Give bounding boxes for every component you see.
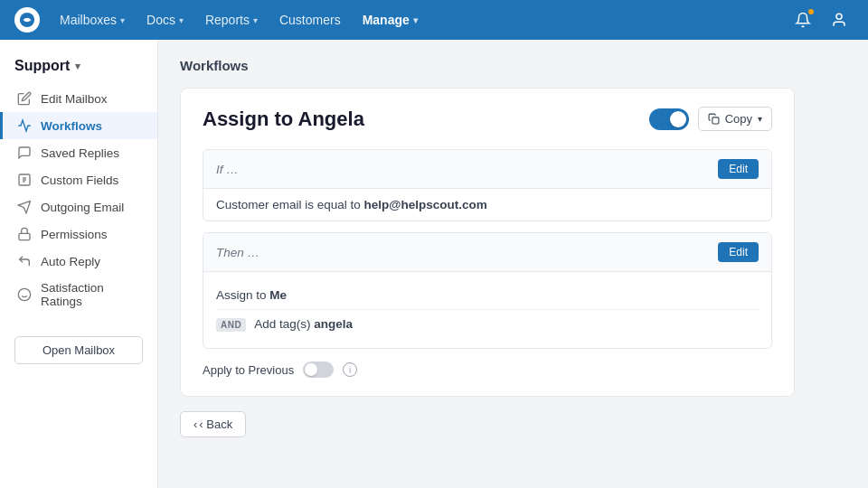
main-content: Workflows Assign to Angela Copy ▾ bbox=[158, 40, 868, 488]
if-section: If … Edit Customer email is equal to hel… bbox=[203, 149, 772, 221]
sidebar: Support ▾ Edit Mailbox Workflows Saved R… bbox=[0, 40, 158, 488]
svg-rect-10 bbox=[712, 117, 719, 124]
top-navigation: Mailboxes ▾ Docs ▾ Reports ▾ Customers M… bbox=[0, 0, 868, 40]
nav-mailboxes[interactable]: Mailboxes ▾ bbox=[51, 7, 134, 33]
then-label: Then … bbox=[216, 246, 259, 259]
if-section-header: If … Edit bbox=[203, 150, 771, 189]
chevron-down-icon: ▾ bbox=[758, 114, 762, 124]
workflow-card: Assign to Angela Copy ▾ If … Edit bbox=[180, 88, 795, 397]
back-button[interactable]: ‹ ‹ Back bbox=[180, 411, 246, 437]
then-section: Then … Edit Assign to Me AND Add tag(s) … bbox=[203, 232, 772, 349]
copy-icon bbox=[708, 113, 720, 125]
toggle-knob bbox=[670, 111, 686, 127]
open-mailbox-button[interactable]: Open Mailbox bbox=[14, 336, 143, 364]
chevron-down-icon: ▾ bbox=[75, 61, 80, 72]
auto-reply-icon bbox=[17, 254, 32, 268]
then-section-header: Then … Edit bbox=[203, 233, 771, 272]
edit-icon bbox=[17, 91, 32, 106]
then-edit-button[interactable]: Edit bbox=[718, 242, 759, 262]
notification-badge bbox=[807, 7, 816, 16]
workflow-active-toggle[interactable] bbox=[649, 108, 689, 130]
nav-docs[interactable]: Docs ▾ bbox=[137, 7, 193, 33]
satisfaction-icon bbox=[17, 287, 32, 302]
then-section-body: Assign to Me AND Add tag(s) angela bbox=[203, 272, 771, 348]
action-row-tag: AND Add tag(s) angela bbox=[216, 310, 759, 339]
info-icon[interactable]: i bbox=[343, 362, 357, 377]
nav-reports[interactable]: Reports ▾ bbox=[196, 7, 267, 33]
topnav-icon-group bbox=[788, 5, 854, 34]
and-badge: AND bbox=[216, 318, 246, 332]
workflow-title-actions: Copy ▾ bbox=[649, 107, 772, 131]
sidebar-item-permissions[interactable]: Permissions bbox=[0, 221, 157, 248]
workflow-title-row: Assign to Angela Copy ▾ bbox=[203, 107, 772, 131]
logo[interactable] bbox=[14, 7, 40, 33]
saved-replies-icon bbox=[17, 145, 32, 160]
apply-to-previous-row: Apply to Previous i bbox=[203, 361, 772, 378]
sidebar-header[interactable]: Support ▾ bbox=[0, 54, 157, 85]
sidebar-item-custom-fields[interactable]: Custom Fields bbox=[0, 166, 157, 193]
condition-text: Customer email is equal to help@helpscou… bbox=[216, 198, 759, 211]
if-section-body: Customer email is equal to help@helpscou… bbox=[203, 189, 771, 221]
apply-to-previous-toggle[interactable] bbox=[303, 361, 334, 378]
svg-rect-6 bbox=[19, 233, 30, 239]
chevron-down-icon: ▾ bbox=[120, 15, 125, 25]
notifications-button[interactable] bbox=[788, 5, 817, 34]
workflow-title: Assign to Angela bbox=[203, 108, 364, 131]
svg-point-7 bbox=[18, 288, 30, 300]
action-row-assign: Assign to Me bbox=[216, 281, 759, 310]
sidebar-item-outgoing-email[interactable]: Outgoing Email bbox=[0, 193, 157, 221]
apply-to-previous-label: Apply to Previous bbox=[203, 363, 294, 377]
permissions-icon bbox=[17, 227, 32, 241]
if-edit-button[interactable]: Edit bbox=[718, 159, 759, 179]
toggle-small-knob bbox=[305, 363, 317, 376]
chevron-down-icon: ▾ bbox=[413, 15, 418, 25]
sidebar-item-satisfaction-ratings[interactable]: Satisfaction Ratings bbox=[0, 275, 157, 314]
if-label: If … bbox=[216, 163, 239, 176]
user-avatar-button[interactable] bbox=[825, 5, 854, 34]
nav-manage[interactable]: Manage ▾ bbox=[354, 7, 427, 33]
sidebar-item-auto-reply[interactable]: Auto Reply bbox=[0, 248, 157, 275]
chevron-down-icon: ▾ bbox=[253, 15, 258, 25]
custom-fields-icon bbox=[17, 173, 32, 187]
svg-point-1 bbox=[836, 14, 842, 19]
nav-customers[interactable]: Customers bbox=[270, 7, 350, 33]
workflows-icon bbox=[17, 118, 32, 133]
app-layout: Support ▾ Edit Mailbox Workflows Saved R… bbox=[0, 40, 868, 488]
sidebar-item-workflows[interactable]: Workflows bbox=[0, 112, 157, 139]
sidebar-item-edit-mailbox[interactable]: Edit Mailbox bbox=[0, 85, 157, 112]
chevron-down-icon: ▾ bbox=[179, 15, 184, 25]
breadcrumb: Workflows bbox=[180, 58, 846, 73]
chevron-left-icon: ‹ bbox=[193, 418, 197, 431]
sidebar-item-saved-replies[interactable]: Saved Replies bbox=[0, 139, 157, 166]
outgoing-email-icon bbox=[17, 200, 32, 214]
copy-workflow-button[interactable]: Copy ▾ bbox=[698, 107, 772, 131]
